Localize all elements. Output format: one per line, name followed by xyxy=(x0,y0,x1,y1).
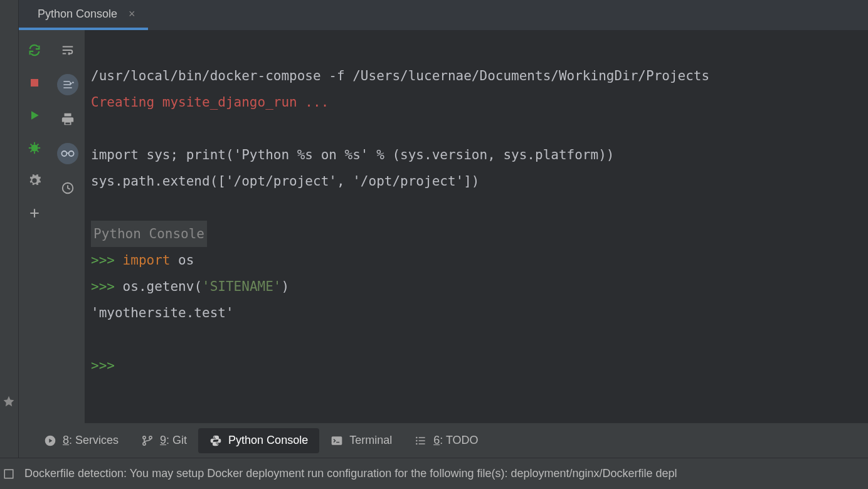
repl-close: ) xyxy=(281,279,289,294)
svg-point-7 xyxy=(143,442,146,444)
console-tab[interactable]: Python Console × xyxy=(19,0,148,30)
tab-key: 8 xyxy=(63,434,69,446)
scroll-to-end-button[interactable] xyxy=(57,74,78,95)
favorites-tool-window-button[interactable]: 2: Favorites xyxy=(0,346,2,395)
rerun-button[interactable] xyxy=(26,41,43,59)
console-line: sys.path.extend(['/opt/project', '/opt/p… xyxy=(91,174,480,189)
tab-label: Python Console xyxy=(228,434,308,447)
play-in-circle-icon xyxy=(44,434,56,447)
soft-wrap-button[interactable] xyxy=(59,41,77,59)
show-variables-button[interactable] xyxy=(57,143,78,164)
star-icon xyxy=(3,395,15,408)
tab-todo[interactable]: 6: TODO xyxy=(403,428,489,453)
svg-point-8 xyxy=(149,436,152,438)
status-message: Dockerfile detection: You may setup Dock… xyxy=(24,467,677,480)
console-line-error: Creating mysite_django_run ... xyxy=(91,95,329,110)
svg-point-10 xyxy=(416,436,418,438)
repl-prompt: >>> xyxy=(91,279,115,294)
repl-string: 'SITENAME' xyxy=(202,279,281,294)
stop-button[interactable] xyxy=(26,74,43,92)
tab-label: : Git xyxy=(166,434,187,446)
debug-button[interactable] xyxy=(26,139,43,157)
console-tab-title: Python Console xyxy=(38,8,117,21)
repl-result: 'myothersite.test' xyxy=(91,305,234,320)
terminal-icon xyxy=(331,434,343,447)
python-console-label: Python Console xyxy=(91,221,207,247)
add-button[interactable] xyxy=(26,204,43,222)
python-icon xyxy=(209,434,222,447)
svg-rect-9 xyxy=(332,436,342,444)
tab-python-console[interactable]: Python Console xyxy=(198,428,319,453)
list-icon xyxy=(415,434,427,447)
tab-terminal[interactable]: Terminal xyxy=(319,428,403,453)
svg-point-12 xyxy=(416,443,418,444)
tab-key: 9 xyxy=(160,434,166,446)
repl-ident: os xyxy=(170,253,194,268)
print-button[interactable] xyxy=(59,110,77,128)
close-icon[interactable]: × xyxy=(129,8,135,21)
repl-prompt: >>> xyxy=(91,253,115,268)
console-header: Python Console × xyxy=(19,0,868,30)
repl-ident: os.getenv( xyxy=(123,279,202,294)
status-bar: Dockerfile detection: You may setup Dock… xyxy=(0,458,868,489)
repl-keyword: import xyxy=(123,253,171,268)
svg-rect-13 xyxy=(4,470,13,478)
console-line: import sys; print('Python %s on %s' % (s… xyxy=(91,147,614,162)
tab-key: 6 xyxy=(433,434,440,446)
svg-point-3 xyxy=(68,151,73,156)
git-branch-icon xyxy=(141,434,154,447)
svg-point-11 xyxy=(416,439,418,441)
checkbox-icon[interactable] xyxy=(3,468,14,480)
tab-git[interactable]: 9: Git xyxy=(130,428,198,453)
console-toolbar-right xyxy=(50,30,85,423)
tab-label: : Services xyxy=(69,434,119,446)
console-toolbar-left xyxy=(19,30,50,423)
settings-button[interactable] xyxy=(26,172,43,189)
run-button[interactable] xyxy=(26,107,43,124)
repl-prompt[interactable]: >>> xyxy=(91,358,115,373)
console-output[interactable]: /usr/local/bin/docker-compose -f /Users/… xyxy=(85,30,868,423)
left-gutter: 2: Favorites xyxy=(0,0,19,489)
tab-label: : TODO xyxy=(440,434,478,446)
console-line: /usr/local/bin/docker-compose -f /Users/… xyxy=(91,68,709,83)
history-button[interactable] xyxy=(59,179,77,197)
bottom-tool-tabs: 8: Services 9: Git Python Console Termin… xyxy=(19,423,868,458)
tab-services[interactable]: 8: Services xyxy=(33,428,130,453)
svg-rect-0 xyxy=(31,79,38,87)
tab-label: Terminal xyxy=(349,434,392,447)
svg-point-2 xyxy=(61,151,66,156)
svg-point-6 xyxy=(143,436,146,438)
